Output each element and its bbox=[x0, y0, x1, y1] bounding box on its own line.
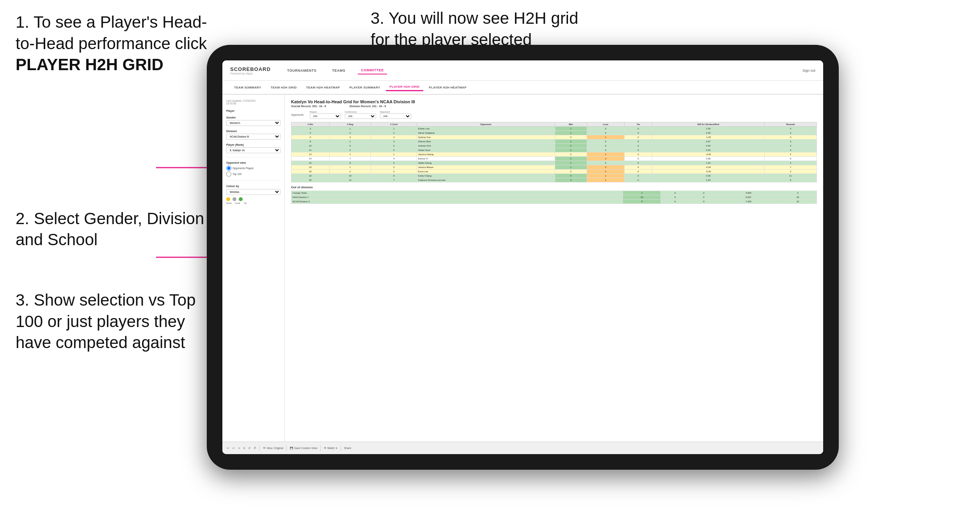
table-row: 13 1 1 Jessica Huang 0 1 0 -3.00 2 bbox=[291, 152, 817, 157]
dot-gray bbox=[233, 197, 236, 201]
view-original-btn[interactable]: 👁 View: Original bbox=[263, 447, 283, 449]
out-div-row: NAIA Division 1 15 0 0 9.267 30 bbox=[291, 195, 817, 200]
instructions-left: 1. To see a Player's Head-to-Head perfor… bbox=[0, 0, 226, 373]
table-row: 10 6 3 Andrea York 2 0 0 4.00 4 bbox=[291, 144, 817, 148]
gender-label: Gender bbox=[226, 116, 281, 119]
out-of-division-table: Foreign Team 1 0 0 4.500 2 NAIA Division… bbox=[291, 191, 817, 204]
overall-record: Overall Record: 353 - 34 - 6 bbox=[291, 105, 326, 108]
th-win: Win bbox=[555, 122, 587, 127]
division-record: Division Record: 331 - 34 - 6 bbox=[350, 105, 386, 108]
records-row: Overall Record: 353 - 34 - 6 Division Re… bbox=[291, 105, 817, 108]
out-div-row: Foreign Team 1 0 0 4.500 2 bbox=[291, 191, 817, 195]
instruction-1-text: 1. To see a Player's Head-to-Head perfor… bbox=[16, 12, 211, 76]
conference-label: Conference bbox=[345, 111, 376, 113]
nav-tournaments[interactable]: TOURNAMENTS bbox=[284, 67, 320, 74]
last-updated: Last Updated: 27/03/2024 16:55:38 bbox=[226, 99, 281, 105]
gender-section: Gender Women's bbox=[226, 116, 281, 126]
radio-opponents-label: Opponents Played bbox=[233, 167, 253, 170]
copy-btn[interactable]: ⎘ bbox=[243, 447, 245, 449]
instruction-2-text: 2. Select Gender, Division and School bbox=[16, 208, 211, 251]
dot-yellow bbox=[226, 197, 230, 201]
table-row: 19 10 6 Emily Chang 4 1 0 0.30 11 bbox=[291, 174, 817, 178]
watch-icon: 👁 bbox=[324, 447, 327, 449]
subnav-team-h2h-heatmap[interactable]: TEAM H2H HEATMAP bbox=[302, 84, 344, 91]
toolbar-div4 bbox=[341, 445, 341, 451]
opponent-select[interactable]: (All) bbox=[380, 113, 411, 119]
region-select[interactable]: (All) bbox=[310, 113, 341, 119]
table-row: 14 7 4 Eunice Yi 2 2 0 0.38 9 bbox=[291, 157, 817, 161]
instruction-1: 1. To see a Player's Head-to-Head perfor… bbox=[16, 12, 211, 76]
colour-by-label: Colour by bbox=[226, 185, 281, 187]
opponent-view-title: Opponent view bbox=[226, 161, 281, 164]
bottom-toolbar: ↩ ↩ ↪ ⎘ ↺ ⏱ 👁 View: Original 💾 Save Cust… bbox=[222, 442, 823, 454]
division-select[interactable]: NCAA Division III bbox=[226, 134, 281, 140]
instruction-3-text: 3. Show selection vs Top 100 or just pla… bbox=[16, 290, 211, 354]
player-section: Player bbox=[226, 110, 281, 112]
gender-select[interactable]: Women's bbox=[226, 120, 281, 126]
sign-out[interactable]: Sign out bbox=[802, 69, 815, 73]
out-div-row: NCAA Division 2 5 0 0 7.400 10 bbox=[291, 200, 817, 204]
radio-top100-label: Top 100 bbox=[233, 173, 241, 175]
main-data: Katelyn Vo Head-to-Head Grid for Women's… bbox=[285, 95, 823, 442]
region-label: Region bbox=[310, 111, 341, 113]
save-custom-btn[interactable]: 💾 Save Custom View bbox=[290, 447, 317, 450]
subnav-player-h2h-grid[interactable]: PLAYER H2H GRID bbox=[386, 83, 424, 91]
colour-level: Level bbox=[235, 202, 240, 204]
subnav-team-h2h-grid[interactable]: TEAM H2H GRID bbox=[267, 84, 301, 91]
toolbar-div3 bbox=[320, 445, 321, 451]
th-diff: Diff Av Strokes/Rnd bbox=[652, 122, 765, 127]
watch-btn[interactable]: 👁 Watch ▾ bbox=[324, 447, 337, 450]
conference-select[interactable]: (All) bbox=[345, 113, 376, 119]
sidebar-divider-2 bbox=[226, 180, 281, 181]
main-table: # Div # Reg # Conf Opponent Win Loss Tie… bbox=[291, 122, 817, 182]
th-rounds: Rounds bbox=[764, 122, 817, 127]
out-of-division-title: Out of division bbox=[291, 186, 817, 189]
sidebar: Last Updated: 27/03/2024 16:55:38 Player… bbox=[222, 95, 285, 442]
undo-btn2[interactable]: ↩ bbox=[233, 447, 235, 450]
colour-down: Down bbox=[226, 202, 232, 204]
view-icon: 👁 bbox=[263, 447, 266, 449]
filter-opponent: Opponent (All) bbox=[380, 111, 411, 119]
division-label: Division bbox=[226, 130, 281, 133]
redo-btn[interactable]: ↪ bbox=[238, 447, 240, 450]
subnav-team-summary[interactable]: TEAM SUMMARY bbox=[230, 84, 265, 91]
radio-top100[interactable]: Top 100 bbox=[226, 172, 281, 177]
logo-text: SCOREBOARD bbox=[230, 66, 271, 72]
opponent-label: Opponent bbox=[380, 111, 411, 113]
instruction-3: 3. Show selection vs Top 100 or just pla… bbox=[16, 290, 211, 354]
logo-sub: Powered by clippd bbox=[230, 72, 271, 75]
table-header-row: # Div # Reg # Conf Opponent Win Loss Tie… bbox=[291, 122, 817, 127]
tablet-screen: SCOREBOARD Powered by clippd TOURNAMENTS… bbox=[222, 60, 823, 454]
navbar: SCOREBOARD Powered by clippd TOURNAMENTS… bbox=[222, 60, 823, 81]
player-label: Player bbox=[226, 110, 281, 112]
refresh-btn[interactable]: ↺ bbox=[248, 447, 250, 450]
nav-teams[interactable]: TEAMS bbox=[329, 67, 348, 74]
player-rank-select[interactable]: 8. Katelyn Vo bbox=[226, 147, 281, 153]
nav-committee[interactable]: COMMITTEE bbox=[358, 67, 387, 74]
player-rank-label: Player (Rank) bbox=[226, 143, 281, 146]
th-opponent: Opponent bbox=[417, 122, 555, 127]
table-row: 3 1 1 Esther Lee 1 0 0 1.50 4 bbox=[291, 127, 817, 131]
opponents-label: Opponents: bbox=[291, 113, 304, 116]
subnav: TEAM SUMMARY TEAM H2H GRID TEAM H2H HEAT… bbox=[222, 81, 823, 95]
clock-btn[interactable]: ⏱ bbox=[254, 447, 256, 449]
subnav-player-summary[interactable]: PLAYER SUMMARY bbox=[345, 84, 384, 91]
sidebar-divider bbox=[226, 157, 281, 157]
filter-row: Opponents: Region (All) Conference (All) bbox=[291, 111, 817, 119]
toolbar-div2 bbox=[286, 445, 287, 451]
table-row: 15 8 5 Stella Cheng 1 0 0 1.25 4 bbox=[291, 161, 817, 165]
content-area: Last Updated: 27/03/2024 16:55:38 Player… bbox=[222, 95, 823, 442]
logo: SCOREBOARD Powered by clippd bbox=[230, 66, 271, 75]
table-row: 16 1 3 Jessica Mason 1 2 0 -0.94 7 bbox=[291, 165, 817, 170]
main-title: Katelyn Vo Head-to-Head Grid for Women's… bbox=[291, 99, 817, 104]
radio-opponents-played[interactable]: Opponents Played bbox=[226, 166, 281, 171]
toolbar-div1 bbox=[259, 445, 260, 451]
instruction-right-text: 3. You will now see H2H grid for the pla… bbox=[371, 8, 589, 50]
th-tie: Tie bbox=[624, 122, 652, 127]
th-loss: Loss bbox=[587, 122, 624, 127]
share-btn[interactable]: Share bbox=[344, 447, 352, 449]
subnav-player-h2h-heatmap[interactable]: PLAYER H2H HEATMAP bbox=[425, 84, 470, 91]
undo-btn[interactable]: ↩ bbox=[227, 447, 229, 450]
colour-by-select[interactable]: Win/loss bbox=[226, 189, 281, 195]
dot-green bbox=[239, 197, 243, 201]
